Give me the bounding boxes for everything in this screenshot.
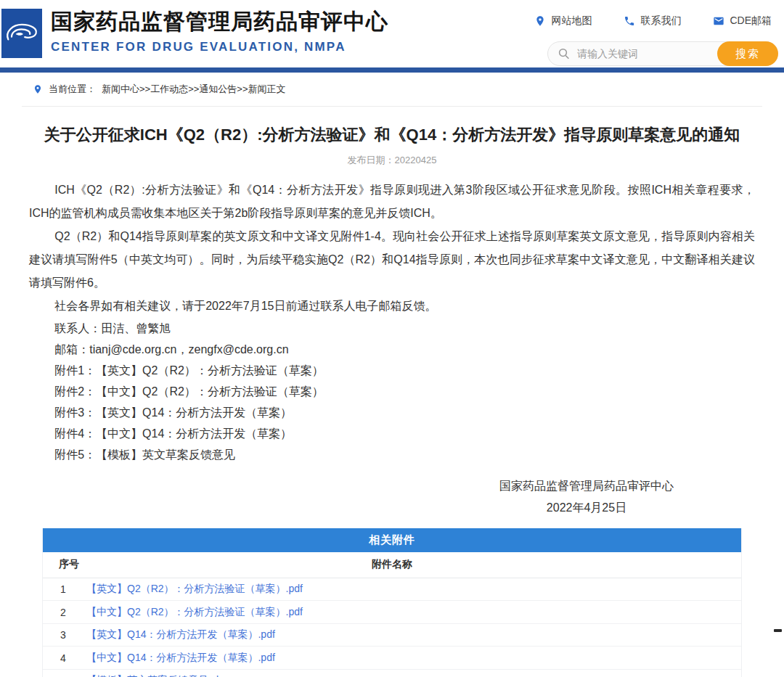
table-header-row: 序号 附件名称 (43, 552, 741, 578)
page: 国家药品监督管理局药品审评中心 CENTER FOR DRUG EVALUATI… (0, 0, 784, 677)
site-title: 国家药品监督管理局药品审评中心 (51, 9, 388, 35)
cde-mail-link[interactable]: CDE邮箱 (713, 15, 772, 28)
row-number: 1 (43, 583, 86, 595)
table-row: 1 【英文】Q2（R2）：分析方法验证（草案）.pdf (43, 578, 741, 602)
cde-logo[interactable] (1, 9, 42, 58)
mail-icon (713, 15, 724, 27)
search-bar: 搜索 (547, 41, 778, 66)
column-header-name: 附件名称 (43, 558, 741, 571)
attachment-line-1: 附件1：【英文】Q2（R2）：分析方法验证（草案） (29, 360, 755, 381)
contact-us-link-label: 联系我们 (640, 15, 681, 28)
breadcrumb: 当前位置： 新闻中心>>工作动态>>通知公告>>新闻正文 (22, 73, 762, 106)
table-row: 5 【模板】英文草案反馈意见.xlsx (43, 670, 741, 677)
publish-date: 发布日期：20220425 (29, 154, 755, 167)
breadcrumb-container: 当前位置： 新闻中心>>工作动态>>通知公告>>新闻正文 (22, 73, 762, 107)
attachment-link[interactable]: 【中文】Q14：分析方法开发（草案）.pdf (86, 652, 275, 665)
attachment-line-5: 附件5：【模板】英文草案反馈意见 (29, 444, 755, 465)
signature-date: 2022年4月25日 (547, 497, 626, 519)
article-body: ICH《Q2（R2）:分析方法验证》和《Q14：分析方法开发》指导原则现进入第3… (29, 179, 755, 465)
swan-logo-icon (1, 9, 42, 58)
contact-email-line: 邮箱：tianj@cde.org.cn，zengfx@cde.org.cn (29, 339, 755, 360)
signature-block: 国家药品监督管理局药品审评中心 2022年4月25日 (499, 475, 674, 519)
row-number: 3 (43, 629, 86, 641)
sitemap-link[interactable]: 网站地图 (534, 15, 592, 28)
location-pin-icon (534, 15, 546, 27)
attachment-line-4: 附件4：【中文】Q14：分析方法开发（草案） (29, 423, 755, 444)
breadcrumb-path[interactable]: 新闻中心>>工作动态>>通知公告>>新闻正文 (102, 83, 286, 96)
contact-us-link[interactable]: 联系我们 (624, 15, 681, 28)
quick-links: 网站地图 联系我们 CDE邮箱 (534, 15, 772, 28)
header-divider-bar (0, 67, 784, 73)
column-header-no: 序号 (59, 558, 79, 571)
table-row: 4 【中文】Q14：分析方法开发（草案）.pdf (43, 647, 741, 670)
site-header: 国家药品监督管理局药品审评中心 CENTER FOR DRUG EVALUATI… (0, 0, 784, 67)
attachment-link[interactable]: 【中文】Q2（R2）：分析方法验证（草案）.pdf (86, 606, 303, 619)
attachment-link[interactable]: 【模板】英文草案反馈意见.xlsx (86, 674, 229, 677)
search-icon (558, 47, 571, 60)
article: 关于公开征求ICH《Q2（R2）:分析方法验证》和《Q14：分析方法开发》指导原… (0, 124, 784, 519)
paragraph: 社会各界如有相关建议，请于2022年7月15日前通过联系人电子邮箱反馈。 (29, 295, 755, 318)
attachment-line-2: 附件2：【中文】Q2（R2）：分析方法验证（草案） (29, 381, 755, 402)
phone-icon (624, 15, 635, 27)
table-row: 3 【英文】Q14：分析方法开发（草案）.pdf (43, 624, 741, 647)
related-attachments-table: 相关附件 序号 附件名称 1 【英文】Q2（R2）：分析方法验证（草案）.pdf… (42, 528, 742, 677)
row-number: 4 (43, 652, 86, 664)
contact-person-line: 联系人：田洁、曾繁旭 (29, 318, 755, 339)
paragraph: Q2（R2）和Q14指导原则草案的英文原文和中文译文见附件1-4。现向社会公开征… (29, 225, 755, 295)
location-pin-icon (33, 84, 43, 94)
paragraph: ICH《Q2（R2）:分析方法验证》和《Q14：分析方法开发》指导原则现进入第3… (29, 179, 755, 225)
site-subtitle: CENTER FOR DRUG EVALUATION, NMPA (51, 40, 388, 54)
table-title: 相关附件 (43, 528, 741, 552)
cde-mail-link-label: CDE邮箱 (730, 15, 772, 28)
attachment-link[interactable]: 【英文】Q2（R2）：分析方法验证（草案）.pdf (86, 583, 303, 596)
attachment-link[interactable]: 【英文】Q14：分析方法开发（草案）.pdf (86, 628, 275, 641)
row-number: 2 (43, 607, 86, 618)
page-title: 关于公开征求ICH《Q2（R2）:分析方法验证》和《Q14：分析方法开发》指导原… (29, 124, 755, 147)
publish-date-label: 发布日期： (348, 155, 395, 165)
publish-date-value: 20220425 (395, 155, 437, 165)
sitemap-link-label: 网站地图 (551, 15, 592, 28)
table-row: 2 【中文】Q2（R2）：分析方法验证（草案）.pdf (43, 601, 741, 624)
breadcrumb-label: 当前位置： (49, 83, 96, 96)
screen-artifact (774, 629, 782, 632)
signature-org: 国家药品监督管理局药品审评中心 (499, 475, 674, 497)
attachment-line-3: 附件3：【英文】Q14：分析方法开发（草案） (29, 402, 755, 423)
site-title-block: 国家药品监督管理局药品审评中心 CENTER FOR DRUG EVALUATI… (51, 9, 388, 54)
search-button[interactable]: 搜索 (717, 41, 778, 66)
